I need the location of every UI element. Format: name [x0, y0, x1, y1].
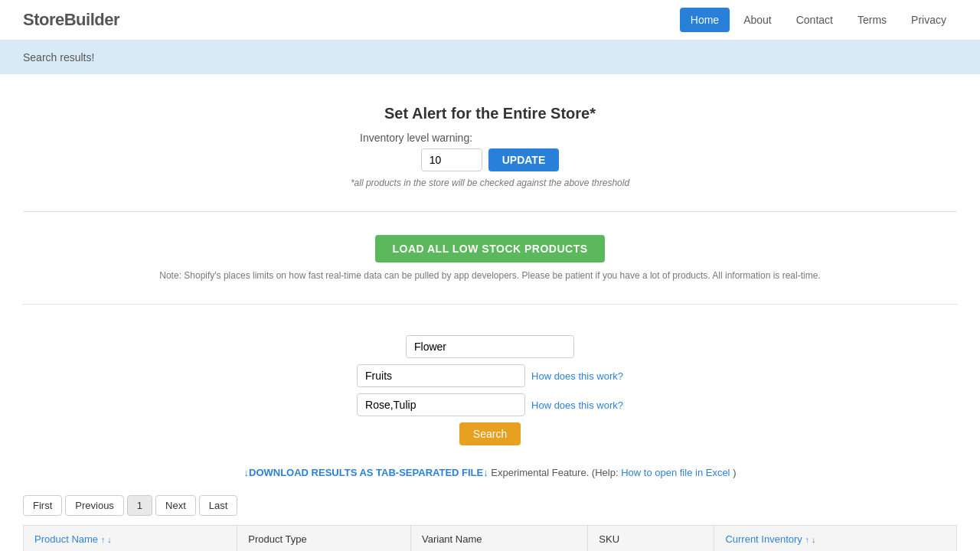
- search-results-banner: Search results!: [0, 41, 980, 74]
- table-head: Product Name ↑ ↓ Product Type Variant Na…: [24, 526, 957, 552]
- results-table: Product Name ↑ ↓ Product Type Variant Na…: [23, 525, 957, 551]
- download-section: ↓DOWNLOAD RESULTS AS TAB-SEPARATED FILE↓…: [23, 459, 957, 486]
- alert-row: UPDATE: [23, 148, 957, 171]
- product-name-input[interactable]: [406, 335, 574, 358]
- product-type-input[interactable]: [357, 364, 525, 387]
- help-link-type[interactable]: How does this work?: [531, 370, 623, 382]
- download-link[interactable]: ↓DOWNLOAD RESULTS AS TAB-SEPARATED FILE↓: [244, 467, 488, 478]
- variant-row: How does this work?: [357, 393, 623, 416]
- download-suffix: Experimental Feature. (Help:: [491, 467, 621, 478]
- table-header-row: Product Name ↑ ↓ Product Type Variant Na…: [24, 526, 957, 552]
- load-note: Note: Shopify's places limits on how fas…: [23, 270, 957, 281]
- col-variant-label: Variant Name: [422, 533, 482, 545]
- help-link-variant[interactable]: How does this work?: [531, 399, 623, 411]
- alert-title: Set Alert for the Entire Store*: [23, 105, 957, 122]
- alert-note: *all products in the store will be check…: [23, 178, 957, 188]
- divider-1: [23, 211, 957, 212]
- col-sku: SKU: [588, 526, 714, 552]
- alert-section: Set Alert for the Entire Store* Inventor…: [23, 90, 957, 196]
- banner-text: Search results!: [23, 51, 94, 64]
- inventory-warning-input[interactable]: [421, 148, 482, 171]
- download-suffix-end: ): [733, 467, 736, 478]
- col-inventory-arrows: ↑ ↓: [805, 535, 815, 544]
- search-section: How does this work? How does this work? …: [23, 320, 957, 459]
- main-content: Set Alert for the Entire Store* Inventor…: [0, 90, 980, 551]
- col-product-type: Product Type: [237, 526, 411, 552]
- update-button[interactable]: UPDATE: [488, 148, 560, 171]
- col-product-name[interactable]: Product Name ↑ ↓: [24, 526, 237, 552]
- col-product-type-label: Product Type: [248, 533, 306, 545]
- nav-about[interactable]: About: [733, 8, 782, 32]
- nav-menu: Home About Contact Terms Privacy: [680, 8, 957, 32]
- col-product-name-label: Product Name: [34, 533, 98, 545]
- product-search-row: [406, 335, 574, 358]
- next-button-top[interactable]: Next: [155, 495, 196, 516]
- col-inventory-label: Current Inventory: [725, 533, 802, 545]
- first-button-top[interactable]: First: [23, 495, 62, 516]
- pagination-top: First Previous 1 Next Last: [23, 495, 957, 516]
- col-variant-name: Variant Name: [410, 526, 587, 552]
- load-section: LOAD ALL LOW STOCK PRODUCTS Note: Shopif…: [23, 227, 957, 289]
- excel-help-link[interactable]: How to open file in Excel: [621, 467, 730, 478]
- col-product-name-arrows: ↑ ↓: [101, 535, 112, 544]
- page-number-top[interactable]: 1: [127, 495, 152, 516]
- load-all-button[interactable]: LOAD ALL LOW STOCK PRODUCTS: [375, 235, 604, 262]
- nav-home[interactable]: Home: [680, 8, 730, 32]
- alert-label: Inventory level warning:: [360, 132, 620, 144]
- variant-input[interactable]: [357, 393, 525, 416]
- search-btn-row: Search: [459, 422, 521, 445]
- search-button[interactable]: Search: [459, 422, 521, 445]
- nav-privacy[interactable]: Privacy: [900, 8, 957, 32]
- nav-contact[interactable]: Contact: [786, 8, 844, 32]
- previous-button-top[interactable]: Previous: [65, 495, 124, 516]
- last-button-top[interactable]: Last: [199, 495, 238, 516]
- divider-2: [23, 304, 957, 305]
- nav-terms[interactable]: Terms: [847, 8, 897, 32]
- col-sku-label: SKU: [599, 533, 619, 545]
- product-type-row: How does this work?: [357, 364, 623, 387]
- col-inventory[interactable]: Current Inventory ↑ ↓: [714, 526, 957, 552]
- brand: StoreBuilder: [23, 10, 119, 30]
- navbar: StoreBuilder Home About Contact Terms Pr…: [0, 0, 980, 41]
